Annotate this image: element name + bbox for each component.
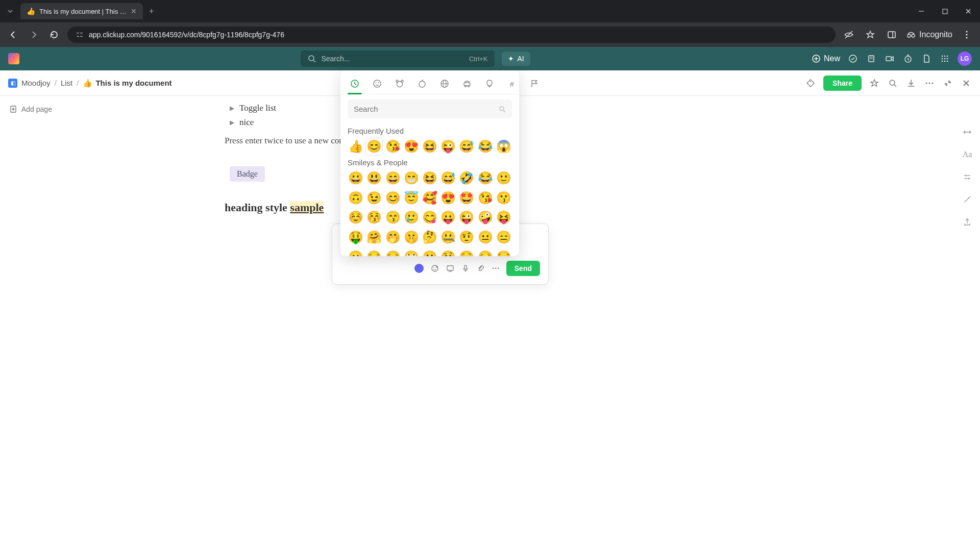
emoji-cell[interactable]: 😇 bbox=[403, 190, 420, 207]
emoji-cell[interactable]: 😂 bbox=[477, 138, 494, 155]
emoji-cell[interactable]: 🤭 bbox=[384, 229, 401, 246]
emoji-cell[interactable]: 😆 bbox=[422, 138, 438, 155]
collapse-icon[interactable] bbox=[942, 78, 953, 89]
export-share-icon[interactable] bbox=[962, 216, 973, 228]
assignee-avatar[interactable] bbox=[414, 264, 424, 273]
emoji-cell[interactable]: 😪 bbox=[496, 249, 512, 256]
emoji-tab-travel[interactable] bbox=[437, 76, 452, 94]
emoji-cell[interactable]: 🤐 bbox=[440, 229, 456, 246]
emoji-cell[interactable]: 🥲 bbox=[403, 209, 420, 226]
toggle-arrow-icon[interactable]: ▶ bbox=[230, 105, 234, 112]
emoji-cell[interactable]: 😜 bbox=[440, 138, 456, 155]
global-search[interactable]: Search... Ctrl+K bbox=[301, 51, 495, 67]
emoji-cell[interactable]: 😙 bbox=[384, 209, 401, 226]
emoji-cell[interactable]: 😘 bbox=[477, 190, 494, 207]
emoji-search-input[interactable] bbox=[348, 99, 512, 118]
send-button[interactable]: Send bbox=[506, 261, 540, 276]
incognito-badge[interactable]: Incognito bbox=[906, 30, 952, 40]
emoji-cell[interactable]: 😋 bbox=[422, 209, 438, 226]
user-avatar[interactable]: LG bbox=[958, 52, 972, 66]
emoji-cell[interactable]: 😍 bbox=[403, 138, 420, 155]
attachment-icon[interactable] bbox=[477, 264, 485, 272]
emoji-cell[interactable]: 😂 bbox=[477, 170, 494, 187]
minimize-button[interactable] bbox=[910, 0, 933, 22]
emoji-cell[interactable]: 🤔 bbox=[422, 229, 438, 246]
badge-chip[interactable]: Badge bbox=[230, 166, 265, 182]
maximize-button[interactable] bbox=[933, 0, 957, 22]
emoji-cell[interactable]: 🤨 bbox=[458, 229, 475, 246]
emoji-picker-trigger-icon[interactable] bbox=[431, 264, 439, 272]
emoji-cell[interactable]: 😏 bbox=[366, 249, 382, 256]
emoji-cell[interactable]: 😶 bbox=[348, 249, 364, 256]
emoji-tab-food[interactable] bbox=[415, 76, 429, 94]
typography-icon[interactable]: Aa bbox=[962, 149, 973, 160]
emoji-cell[interactable]: 🤑 bbox=[348, 229, 364, 246]
emoji-cell[interactable]: 😚 bbox=[366, 209, 382, 226]
bookmark-star-icon[interactable] bbox=[863, 28, 877, 42]
emoji-cell[interactable]: ☺️ bbox=[348, 209, 364, 226]
emoji-tab-smileys[interactable] bbox=[370, 76, 384, 94]
settings-sliders-icon[interactable] bbox=[962, 171, 973, 183]
emoji-cell[interactable]: 😀 bbox=[348, 170, 364, 187]
microphone-icon[interactable] bbox=[461, 264, 470, 272]
eye-off-icon[interactable] bbox=[842, 28, 856, 42]
doc-title[interactable]: This is my document bbox=[95, 79, 172, 87]
emoji-cell[interactable]: 😁 bbox=[403, 170, 420, 187]
reload-button[interactable] bbox=[47, 28, 61, 42]
breadcrumb-workspace[interactable]: Moodjoy bbox=[21, 79, 51, 87]
forward-button[interactable] bbox=[27, 28, 41, 42]
doc-icon[interactable] bbox=[921, 53, 932, 64]
emoji-tab-animals[interactable] bbox=[393, 76, 407, 94]
emoji-tab-objects[interactable] bbox=[482, 76, 497, 94]
favorite-star-icon[interactable] bbox=[869, 78, 880, 89]
ai-button[interactable]: ✦ AI bbox=[502, 52, 530, 66]
emoji-cell[interactable]: 🤣 bbox=[458, 170, 475, 187]
browser-menu-icon[interactable] bbox=[960, 28, 974, 42]
width-toggle-icon[interactable] bbox=[962, 127, 973, 138]
emoji-cell[interactable]: 🤩 bbox=[458, 190, 475, 207]
apps-grid-icon[interactable] bbox=[939, 53, 950, 64]
emoji-cell[interactable]: 😱 bbox=[496, 138, 512, 155]
emoji-cell[interactable]: 😗 bbox=[496, 190, 512, 207]
emoji-cell[interactable]: 🥰 bbox=[422, 190, 438, 207]
more-options-icon[interactable] bbox=[492, 267, 499, 269]
emoji-cell[interactable]: 😆 bbox=[422, 170, 438, 187]
more-icon[interactable] bbox=[924, 78, 935, 89]
emoji-cell[interactable]: 🤪 bbox=[477, 209, 494, 226]
document-content[interactable]: ▶ Toggle list ▶ nice Press enter twice t… bbox=[158, 96, 980, 551]
emoji-tab-recent[interactable] bbox=[348, 76, 362, 94]
toggle-list-item[interactable]: ▶ nice bbox=[230, 115, 960, 130]
notepad-icon[interactable] bbox=[866, 53, 877, 64]
emoji-cell[interactable]: 😛 bbox=[440, 209, 456, 226]
heading-sample[interactable]: heading style sample bbox=[225, 201, 960, 214]
emoji-cell[interactable]: 😅 bbox=[458, 138, 475, 155]
breadcrumb-list[interactable]: List bbox=[61, 79, 72, 87]
emoji-tab-flags[interactable] bbox=[527, 76, 542, 94]
emoji-cell[interactable]: 😍 bbox=[440, 190, 456, 207]
emoji-cell[interactable]: 🙃 bbox=[348, 190, 364, 207]
toggle-list-item[interactable]: ▶ Toggle list bbox=[230, 101, 960, 115]
new-tab-button[interactable]: + bbox=[143, 7, 160, 16]
video-icon[interactable] bbox=[884, 53, 895, 64]
emoji-cell[interactable]: 🤥 bbox=[440, 249, 456, 256]
emoji-cell[interactable]: 😘 bbox=[384, 138, 401, 155]
emoji-tab-activities[interactable] bbox=[460, 76, 474, 94]
emoji-cell[interactable]: 😝 bbox=[496, 209, 512, 226]
emoji-cell[interactable]: 😌 bbox=[458, 249, 475, 256]
share-button[interactable]: Share bbox=[823, 76, 862, 91]
emoji-cell[interactable]: 😒 bbox=[384, 249, 401, 256]
browser-tab[interactable]: 👍 This is my document | This is m ✕ bbox=[20, 3, 143, 19]
close-panel-icon[interactable] bbox=[961, 78, 972, 89]
tag-icon[interactable] bbox=[805, 78, 816, 89]
timer-icon[interactable] bbox=[902, 53, 914, 64]
side-panel-icon[interactable] bbox=[885, 28, 899, 42]
emoji-cell[interactable]: 😊 bbox=[384, 190, 401, 207]
site-settings-icon[interactable] bbox=[76, 31, 84, 39]
emoji-cell[interactable]: 😔 bbox=[477, 249, 494, 256]
check-circle-icon[interactable] bbox=[847, 53, 859, 64]
url-bar[interactable]: app.clickup.com/9016164592/v/dc/8cpfg7g-… bbox=[67, 27, 836, 43]
workspace-icon[interactable]: ◧ bbox=[8, 79, 17, 88]
emoji-tab-symbols[interactable]: # bbox=[505, 76, 519, 94]
emoji-cell[interactable]: 😉 bbox=[366, 190, 382, 207]
clickup-logo[interactable] bbox=[8, 53, 19, 64]
